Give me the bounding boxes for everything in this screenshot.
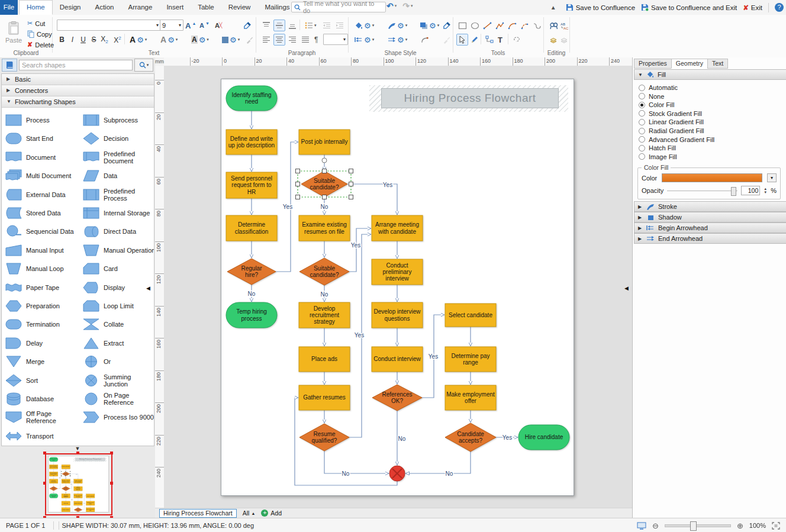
shape-item-loop-limit[interactable]: Loop Limit: [82, 297, 154, 315]
save-to-confluence-exit-button[interactable]: Save to Confluence and Exit: [641, 4, 737, 11]
section-connectors[interactable]: ▶Connectors: [2, 85, 154, 96]
section-basic[interactable]: ▶Basic: [2, 74, 154, 85]
draw-curve-tool[interactable]: [506, 20, 518, 31]
tab-action[interactable]: Action: [88, 0, 121, 15]
text-outline-settings-button[interactable]: A⚙▾: [159, 34, 179, 46]
shape-item-preparation[interactable]: Preparation: [5, 297, 79, 315]
zoom-out-icon[interactable]: ⊖: [652, 521, 659, 530]
library-book-icon[interactable]: [2, 59, 17, 72]
fill-option-radial-gradient-fill[interactable]: Radial Gradient Fill: [639, 127, 704, 135]
shape-item-document[interactable]: Document: [5, 149, 79, 166]
shape-item-termination[interactable]: Termination: [5, 315, 79, 333]
collapse-ribbon-icon[interactable]: ▲: [550, 4, 556, 11]
shape-item-delay[interactable]: Delay: [5, 334, 79, 352]
superscript-button[interactable]: X2: [111, 34, 124, 46]
shape-item-off-page-reference[interactable]: Off Page Reference: [5, 408, 79, 426]
opacity-slider-handle[interactable]: [731, 187, 736, 196]
collapse-left-panel-icon[interactable]: ◀: [146, 285, 150, 291]
shape-item-collate[interactable]: Collate: [82, 315, 154, 333]
shape-item-process-iso-9000[interactable]: Process Iso 9000: [82, 408, 154, 426]
tab-design[interactable]: Design: [53, 0, 88, 15]
properties-tab-geometry[interactable]: Geometry: [671, 59, 708, 69]
zoom-slider[interactable]: [665, 524, 731, 527]
page-thumbnail[interactable]: Hiring Process FlowchartYesNoYesNoYesNoY…: [45, 453, 111, 517]
selection-handle[interactable]: [349, 182, 353, 186]
flow-connector[interactable]: [324, 451, 389, 473]
shape-item-manual-loop[interactable]: Manual Loop: [5, 260, 79, 278]
section-header-stroke[interactable]: ▶Stroke: [634, 201, 786, 212]
justify-icon[interactable]: [299, 34, 311, 46]
collapse-right-panel-icon[interactable]: ◀: [624, 285, 629, 291]
align-left-icon[interactable]: [260, 34, 272, 46]
line-spacing-select[interactable]: ▾: [323, 34, 348, 45]
fill-option-linear-gradient-fill[interactable]: Linear Gradient Fill: [639, 118, 704, 126]
shape-item-multi-document[interactable]: Multi Document: [5, 167, 79, 185]
fill-section-header[interactable]: ▼ Fill: [634, 69, 786, 80]
shape-item-stored-data[interactable]: Stored Data: [5, 204, 79, 222]
font-size-select[interactable]: 9▾: [160, 20, 183, 31]
help-icon[interactable]: ?: [775, 3, 784, 12]
flow-connector[interactable]: [347, 184, 397, 215]
opacity-slider[interactable]: [667, 191, 737, 191]
exit-button[interactable]: ✘ Exit: [743, 4, 762, 12]
shape-item-extract[interactable]: Extract: [82, 334, 154, 352]
document-page[interactable]: Hiring Process FlowchartYesNoYesNoYesNoY…: [221, 79, 574, 496]
tab-insert[interactable]: Insert: [159, 0, 191, 15]
text-highlight-settings-button[interactable]: A⚙▾: [189, 34, 211, 46]
fit-page-icon[interactable]: [772, 522, 780, 530]
copy-button[interactable]: Copy: [27, 30, 52, 38]
draw-line-tool[interactable]: [481, 20, 494, 31]
shape-item-transport[interactable]: Transport: [5, 427, 79, 445]
format-eyedropper-icon[interactable]: [241, 20, 253, 31]
opacity-spinner-buttons[interactable]: ▲▼: [764, 187, 767, 194]
fill-option-image-fill[interactable]: Image Fill: [639, 153, 677, 161]
undo-caret[interactable]: ▾: [395, 4, 397, 8]
fill-option-advanced-gradient-fill[interactable]: Advanced Gradient Fill: [639, 136, 714, 144]
shape-item-or[interactable]: Or: [82, 353, 154, 370]
shape-item-data[interactable]: Data: [82, 167, 154, 185]
grow-font-button[interactable]: A▲: [183, 20, 198, 31]
font-family-select[interactable]: ▾: [57, 20, 161, 31]
shape-item-internal-storage[interactable]: Internal Storage: [82, 204, 154, 222]
align-center-icon[interactable]: [273, 34, 285, 46]
end-arrowhead-settings-button[interactable]: ⚙▾: [386, 34, 409, 46]
properties-tab-text[interactable]: Text: [707, 59, 728, 69]
tab-arrange[interactable]: Arrange: [121, 0, 159, 15]
fit-screen-icon[interactable]: [637, 522, 646, 530]
clear-formatting-button[interactable]: A╳: [213, 20, 224, 31]
shape-item-decision[interactable]: Decision: [82, 130, 154, 147]
stroke-settings-button[interactable]: ⚙▾: [386, 20, 409, 31]
shape-item-card[interactable]: Card: [82, 260, 154, 278]
properties-tab-properties[interactable]: Properties: [634, 59, 672, 69]
shape-item-display[interactable]: Display: [82, 279, 154, 296]
connector-endpoint-handle[interactable]: [322, 158, 327, 163]
draw-ellipse-tool[interactable]: [469, 20, 481, 31]
scroll-more-icon[interactable]: ▼: [0, 446, 155, 452]
page-filter-dropdown[interactable]: All▲: [243, 510, 256, 517]
selection-handle[interactable]: [296, 195, 300, 199]
style-painter-icon[interactable]: [441, 34, 452, 46]
decrease-indent-icon[interactable]: [321, 20, 333, 31]
cut-button[interactable]: ✂Cut: [27, 20, 45, 27]
redo-caret[interactable]: ▾: [411, 4, 413, 8]
begin-arrowhead-settings-button[interactable]: ⚙▾: [353, 34, 376, 46]
section-flowcharting-shapes[interactable]: ▼Flowcharting Shapes: [2, 96, 154, 108]
text-block-settings-button[interactable]: ⚙▾: [220, 34, 241, 46]
save-to-confluence-button[interactable]: Save to Confluence: [566, 4, 635, 11]
increase-indent-icon[interactable]: [334, 20, 346, 31]
tab-file[interactable]: File: [0, 0, 18, 15]
shape-item-start-end[interactable]: Start End: [5, 130, 79, 147]
selection-handle[interactable]: [296, 182, 300, 186]
draw-arc-tool[interactable]: [518, 20, 531, 31]
replace-button[interactable]: ABAC: [558, 20, 571, 31]
select-tool[interactable]: [456, 34, 468, 46]
shape-item-sequencial-data[interactable]: Sequencial Data: [5, 223, 79, 240]
add-page-button[interactable]: +Add: [261, 510, 282, 517]
lasso-tool[interactable]: [511, 34, 523, 46]
shape-item-process[interactable]: Process: [5, 111, 79, 129]
color-dropdown-caret[interactable]: ▾: [767, 173, 777, 182]
color-swatch[interactable]: [662, 173, 762, 182]
selection-handle[interactable]: [349, 169, 353, 173]
selection-handle[interactable]: [349, 195, 353, 199]
align-middle-icon[interactable]: [273, 20, 285, 31]
